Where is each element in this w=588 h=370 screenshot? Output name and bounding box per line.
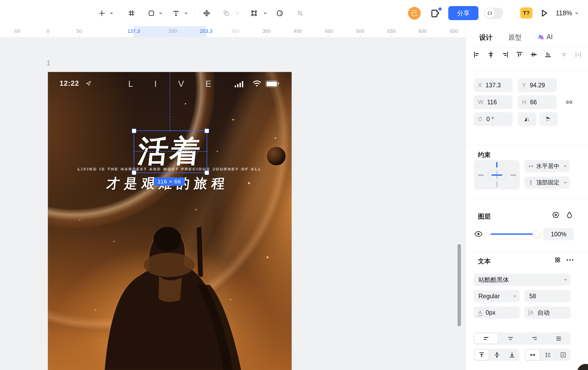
- constraint-top-active[interactable]: [496, 162, 497, 168]
- tab-prototype[interactable]: 原型: [508, 33, 522, 42]
- mask-tool-button[interactable]: [273, 7, 286, 20]
- help-badge[interactable]: T?: [520, 7, 532, 19]
- opacity-slider-knob[interactable]: [532, 231, 540, 238]
- auto-width-button[interactable]: [525, 350, 540, 360]
- y-position-field[interactable]: Y 94.29: [518, 78, 557, 92]
- zoom-level[interactable]: 118%: [556, 9, 572, 17]
- align-text-bottom-button[interactable]: [505, 350, 519, 360]
- font-size-field[interactable]: 58: [524, 290, 571, 302]
- more-options-icon[interactable]: [566, 259, 574, 261]
- visibility-eye-icon[interactable]: [474, 231, 483, 237]
- opacity-droplet-icon[interactable]: [566, 211, 573, 219]
- present-button[interactable]: [539, 8, 549, 18]
- vector-tool-chevron-icon[interactable]: [263, 11, 267, 15]
- text-align-left-button[interactable]: [474, 333, 498, 344]
- opacity-slider-track[interactable]: [491, 233, 539, 235]
- text-tool-button[interactable]: [170, 7, 182, 20]
- tab-ai[interactable]: AI: [546, 33, 553, 41]
- vertical-scrollbar[interactable]: [458, 244, 461, 326]
- constraint-left[interactable]: [478, 175, 484, 175]
- align-right-icon[interactable]: [502, 51, 509, 58]
- frame-label[interactable]: 1: [47, 59, 50, 67]
- svg-text:A: A: [562, 353, 564, 357]
- letter-spacing-icon: A: [478, 309, 482, 316]
- align-left-icon[interactable]: [473, 51, 480, 58]
- code-mode-toggle[interactable]: [484, 8, 503, 19]
- selection-handle-top-right[interactable]: [205, 129, 209, 133]
- text-box-button[interactable]: A: [556, 350, 570, 360]
- boolean-tool-button[interactable]: [220, 7, 233, 20]
- share-button[interactable]: 分享: [448, 6, 478, 20]
- text-align-center-icon: [507, 335, 514, 342]
- insert-tool-button[interactable]: [96, 7, 108, 20]
- constraints-widget[interactable]: [474, 160, 520, 189]
- text-align-center-button[interactable]: [499, 333, 522, 344]
- zoom-chevron-icon[interactable]: [575, 11, 578, 15]
- vertical-constraint-select[interactable]: 顶部固定: [524, 177, 570, 189]
- crop-tool-button[interactable]: [294, 7, 306, 20]
- horizontal-constraint-select[interactable]: 水平居中: [524, 160, 570, 172]
- constraint-bottom[interactable]: [497, 182, 497, 187]
- move-tool-icon: [203, 9, 211, 17]
- chevron-down-icon: [564, 278, 567, 282]
- shape-tool-button[interactable]: [145, 7, 158, 20]
- selection-handle-bottom-right[interactable]: [205, 170, 209, 175]
- width-field[interactable]: W 116: [474, 95, 513, 109]
- horizontal-ruler[interactable]: -50 0 50 137.3 200 253.3 300 350 400 450…: [0, 26, 466, 37]
- letter-spacing-field[interactable]: A 0px: [474, 306, 520, 319]
- tab-design[interactable]: 设计: [479, 33, 492, 42]
- user-avatar[interactable]: 已: [408, 7, 421, 20]
- boolean-tool-chevron-icon[interactable]: [236, 11, 239, 15]
- feedback-floating-button[interactable]: [577, 364, 588, 370]
- width-value: 116: [487, 99, 497, 106]
- font-weight-select[interactable]: Regular: [474, 290, 520, 302]
- battery-icon: [265, 80, 278, 87]
- text-box-icon: A: [560, 352, 566, 358]
- align-text-middle-button[interactable]: [490, 350, 504, 360]
- constraint-center-horizontal-active[interactable]: [491, 174, 502, 176]
- align-horizontal-center-icon[interactable]: [487, 51, 494, 58]
- insert-tool-chevron-icon[interactable]: [110, 11, 113, 15]
- blend-mode-icon[interactable]: [552, 211, 560, 219]
- x-position-field[interactable]: X 137.3: [474, 78, 513, 92]
- align-vertical-center-icon[interactable]: [530, 51, 537, 58]
- flip-horizontal-button[interactable]: [518, 112, 536, 126]
- distribute-horizontal-icon[interactable]: [560, 51, 567, 58]
- text-styles-icon[interactable]: [554, 256, 561, 264]
- font-size-value: 58: [529, 293, 536, 300]
- rotation-field[interactable]: 0 °: [474, 112, 513, 126]
- selection-handle-bottom-left[interactable]: [132, 170, 136, 175]
- chevron-down-icon: [563, 164, 567, 168]
- lock-aspect-ratio-icon[interactable]: [565, 98, 573, 106]
- rotation-value: 0 °: [486, 116, 494, 123]
- ruler-tick-selected: 137.3: [127, 28, 140, 34]
- font-family-select[interactable]: 站酷酷黑体: [474, 274, 571, 286]
- signal-bars-icon: [235, 80, 243, 87]
- align-top-icon[interactable]: [516, 51, 523, 58]
- plugin-button[interactable]: [430, 8, 441, 19]
- constraint-right[interactable]: [510, 175, 516, 175]
- text-align-right-button[interactable]: [523, 333, 546, 344]
- height-field[interactable]: H 66: [518, 95, 557, 109]
- move-tool-button[interactable]: [200, 7, 213, 20]
- flip-vertical-button[interactable]: [539, 112, 558, 126]
- line-height-list-button[interactable]: [541, 350, 555, 360]
- align-text-top-button[interactable]: [474, 350, 489, 360]
- vector-edit-tool-button[interactable]: [248, 7, 260, 20]
- text-tool-chevron-icon[interactable]: [184, 11, 188, 15]
- align-bottom-icon[interactable]: [545, 51, 551, 58]
- line-height-field[interactable]: A 自动: [524, 306, 571, 319]
- frame-tool-button[interactable]: [125, 7, 138, 20]
- selection-handle-top-left[interactable]: [132, 129, 136, 133]
- width-label: W: [478, 99, 483, 106]
- ai-logo-icon[interactable]: [537, 33, 545, 40]
- opacity-value-field[interactable]: 100%: [543, 228, 574, 240]
- constraints-section-title: 约束: [478, 151, 491, 159]
- distribute-spacing-icon[interactable]: [575, 51, 582, 58]
- shape-tool-chevron-icon[interactable]: [159, 11, 162, 15]
- text-align-justify-button[interactable]: [547, 333, 570, 344]
- text-align-control: [474, 332, 571, 345]
- canvas-area[interactable]: 1 12:22 L I V E: [0, 37, 466, 370]
- layer-section-title: 图层: [478, 212, 491, 221]
- selection-bounding-box[interactable]: [134, 130, 207, 173]
